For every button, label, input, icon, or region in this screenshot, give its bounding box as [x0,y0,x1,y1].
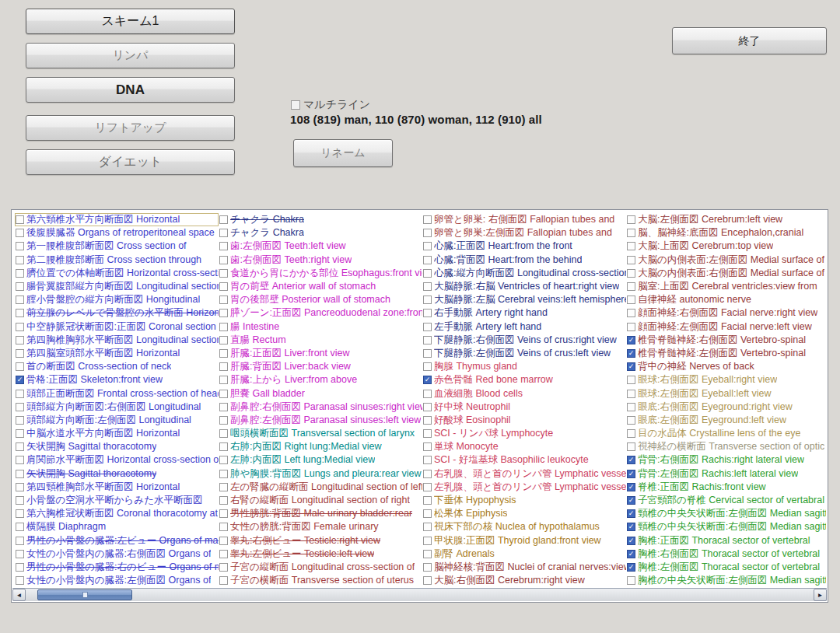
checkbox-unchecked-icon[interactable] [16,403,24,411]
checkbox-unchecked-icon[interactable] [627,429,635,438]
list-item[interactable]: ✓脊椎:正面図 Rachis:front view [626,481,826,494]
checkbox-unchecked-icon[interactable] [16,470,24,478]
list-item[interactable]: 中脳水道水平方向断面図 Horizontal [15,427,219,440]
list-item[interactable]: 中空静脈冠状断面図:正面図 Coronal section [15,320,219,334]
list-item[interactable]: 心臓:縦方向断面図 Longitudinal cross-section [422,267,626,280]
checkbox-unchecked-icon[interactable] [219,349,228,358]
list-item[interactable]: ✓胸椎:右側面図 Thoracal sector of vertebral [626,547,826,561]
checkbox-unchecked-icon[interactable] [627,323,635,331]
horizontal-scrollbar[interactable]: ◄ ► [12,588,827,601]
list-item[interactable]: 腸 Intestine [219,320,422,334]
checkbox-unchecked-icon[interactable] [219,296,228,304]
list-item[interactable]: 腟小骨盤腔の縦方向断面図 Hongitudinal [15,293,219,306]
checkbox-unchecked-icon[interactable] [423,269,432,278]
checkbox-unchecked-icon[interactable] [219,269,228,278]
list-item[interactable]: 視神経の横断面 Transverse section of optic [626,440,826,453]
list-item[interactable]: 好中球 Neutrophil [422,400,626,414]
checkbox-unchecked-icon[interactable] [219,256,228,264]
checkbox-unchecked-icon[interactable] [16,282,24,291]
checkbox-checked-icon[interactable]: ✓ [627,509,635,518]
list-item[interactable]: 頭部縦方向断面図:右側面図 Longitudinal [15,400,219,414]
checkbox-unchecked-icon[interactable] [16,496,24,505]
list-item[interactable]: 胆嚢 Gall bladder [219,386,422,400]
list-item[interactable]: 女性の膀胱:背面図 Female urinary [219,520,422,533]
checkbox-unchecked-icon[interactable] [16,576,24,585]
list-item[interactable]: 視床下部の核 Nuclea of hypothalamus [422,520,626,533]
checkbox-unchecked-icon[interactable] [423,349,432,358]
list-item[interactable]: 大脳の内側表面:左側面図 Medial surface of [626,254,826,267]
checkbox-unchecked-icon[interactable] [219,215,228,224]
checkbox-unchecked-icon[interactable] [16,229,24,237]
list-item[interactable]: チャクラ Chakra [219,213,422,226]
list-item[interactable]: 眼底:左側面図 Eyeground:left view [626,414,826,427]
checkbox-unchecked-icon[interactable] [423,336,432,344]
list-item[interactable]: 左の腎臓の縦断面 Longitudinal section of left [219,481,422,494]
checkbox-unchecked-icon[interactable] [423,242,432,250]
checkbox-unchecked-icon[interactable] [627,256,635,264]
list-item[interactable]: 肩関節水平断面図 Horizontal cross-section of [15,453,219,467]
checkbox-unchecked-icon[interactable] [627,309,635,317]
list-item[interactable]: 大脳静脈:右脳 Ventricles of heart:right view [422,280,626,293]
rename-button[interactable]: リネーム [293,139,393,167]
list-item[interactable]: 歯:左側面図 Teeth:left view [219,240,422,253]
list-item[interactable]: 大脳:上面図 Cerebrum:top view [626,240,826,253]
checkbox-unchecked-icon[interactable] [219,429,228,438]
list-item[interactable]: 左乳腺、頭と首のリンパ管 Lymphatic vessels of [422,481,626,494]
checkbox-unchecked-icon[interactable] [423,416,432,425]
list-item[interactable]: 子宮の縦断面 Longitudinal cross-section of [219,561,422,574]
list-item[interactable]: 睾丸:右側ビュー Testicle:right view [219,534,422,547]
list-item[interactable]: 腸骨翼腹部縦方向断面図 Longitudinal section [15,280,219,293]
checkbox-checked-icon[interactable]: ✓ [627,483,635,491]
checkbox-checked-icon[interactable]: ✓ [16,376,24,384]
list-item[interactable]: 血液細胞 Blood cells [422,386,626,400]
list-item[interactable]: 心臓:背面図 Heart:from the behind [422,254,626,267]
list-item[interactable]: 食道から胃にかかる部位 Esophagus:front view [219,267,422,280]
list-item[interactable]: ✓椎骨脊髄神経:右側面図 Vertebro-spinal [626,334,826,347]
list-item[interactable]: 単球 Monocyte [422,440,626,453]
list-item[interactable]: 矢状開胸 Sagittal thoracotomy [15,440,219,453]
checkbox-unchecked-icon[interactable] [219,376,228,384]
checkbox-unchecked-icon[interactable] [219,229,228,237]
list-item[interactable]: 好酸球 Eosinophil [422,414,626,427]
list-item[interactable]: ✓子宮頸部の脊椎 Cervical sector of vertabral [626,494,826,507]
list-item[interactable]: ✓骨格:正面図 Skeleton:front view [15,373,219,386]
list-item[interactable]: 大脳:左側面図 Cerebrum:left view [626,213,826,226]
checkbox-unchecked-icon[interactable] [219,282,228,291]
list-item[interactable]: 男性の小骨盤の臓器:左ビュー Organs of male [15,534,219,547]
checkbox-unchecked-icon[interactable] [16,563,24,572]
checkbox-unchecked-icon[interactable] [219,442,228,451]
list-item[interactable]: 睾丸:左側ビュー Testicle:left view [219,547,422,561]
list-item[interactable]: 小骨盤の空洞水平断からみた水平断面図 [15,494,219,507]
list-item[interactable]: 下垂体 Hypophysis [422,494,626,507]
diet-button[interactable]: ダイエット [26,149,235,175]
list-item[interactable]: 肺や胸膜:背面図 Lungs and pleura:rear view [219,467,422,481]
checkbox-unchecked-icon[interactable] [16,429,24,438]
list-item[interactable]: 第二腰椎腹部断面 Cross section through [15,254,219,267]
checkbox-unchecked-icon[interactable] [219,537,228,545]
checkbox-unchecked-icon[interactable] [423,456,432,464]
multiline-checkbox[interactable] [291,100,300,110]
list-item[interactable]: 下腿静脈:左側面図 Veins of crus:left view [422,347,626,360]
checkbox-checked-icon[interactable]: ✓ [627,349,635,358]
list-item[interactable]: 直腸 Rectum [219,334,422,347]
scrollbar-thumb[interactable] [37,589,132,600]
checkbox-unchecked-icon[interactable] [423,362,432,371]
list-item[interactable]: 副鼻腔:左側面図 Paranasal sinuses:left view [219,414,422,427]
checkbox-unchecked-icon[interactable] [627,215,635,224]
checkbox-unchecked-icon[interactable] [219,496,228,505]
checkbox-unchecked-icon[interactable] [423,215,432,224]
list-item[interactable]: 胸腺 Thymus gland [422,360,626,373]
checkbox-unchecked-icon[interactable] [627,416,635,425]
checkbox-unchecked-icon[interactable] [627,282,635,291]
checkbox-unchecked-icon[interactable] [16,242,24,250]
list-item[interactable]: 第一腰椎腹部断面図 Cross section of [15,240,219,253]
list-item[interactable]: ✓胸椎:左側面図 Thoracal sector of vertebral [626,561,826,574]
checkbox-unchecked-icon[interactable] [16,349,24,358]
checkbox-unchecked-icon[interactable] [16,550,24,558]
list-item[interactable]: 自律神経 autonomic nerve [626,293,826,306]
checkbox-unchecked-icon[interactable] [219,309,228,317]
checkbox-unchecked-icon[interactable] [627,296,635,304]
list-item[interactable]: 眼底:右側面図 Eyeground:right view [626,400,826,414]
list-item[interactable]: 右腎の縦断面 Longitudinal section of right [219,494,422,507]
list-item[interactable]: 歯:右側面図 Teeth:right view [219,254,422,267]
